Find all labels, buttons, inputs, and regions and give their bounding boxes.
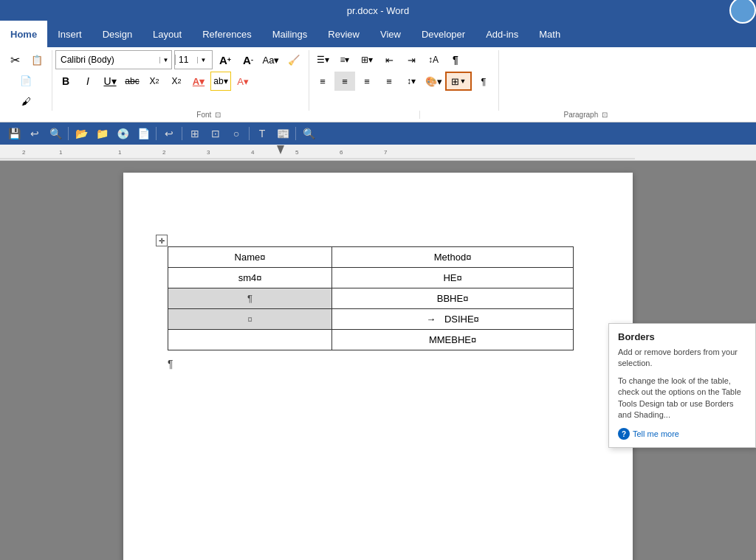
cut-button[interactable]: ✂	[4, 50, 25, 69]
borders-popup-description1: Add or remove borders from your selectio…	[618, 347, 746, 370]
borders-button[interactable]: ⊞ ▼	[445, 72, 472, 91]
table-cell-bbhe: BBHE¤	[332, 288, 574, 309]
tab-mailings[interactable]: Mailings	[262, 21, 318, 47]
qa-folder-button[interactable]: 📁	[92, 125, 111, 142]
align-left-button[interactable]: ≡	[312, 72, 333, 91]
svg-text:7: 7	[384, 149, 388, 156]
font-size-dropdown[interactable]: ▼	[197, 57, 209, 63]
tab-layout[interactable]: Layout	[142, 21, 192, 47]
tab-review[interactable]: Review	[317, 21, 370, 47]
bold-button[interactable]: B	[55, 72, 76, 91]
borders-icon: ⊞	[451, 76, 459, 87]
document-table: Name¤ Method¤ sm4¤ HE¤ ¶ BBHE¤ ¤ → DSIHE…	[168, 246, 574, 350]
underline-button[interactable]: U▾	[100, 72, 120, 91]
svg-text:2: 2	[22, 149, 26, 156]
tab-insert[interactable]: Insert	[47, 21, 92, 47]
align-right-button[interactable]: ≡	[357, 72, 377, 91]
search-qa-button[interactable]: 🔍	[46, 125, 65, 142]
qa-new-button[interactable]: 📄	[134, 125, 153, 142]
copy-button[interactable]: 📋	[27, 50, 47, 69]
paragraph-expand-icon[interactable]: ⊡	[602, 111, 608, 119]
borders-popup-description2: To change the look of the table, check o…	[618, 376, 746, 421]
qa-undo2-button[interactable]: ↩	[159, 125, 179, 142]
tab-design[interactable]: Design	[92, 21, 142, 47]
multilevel-list-button[interactable]: ⊞▾	[357, 50, 377, 69]
table-row: Name¤ Method¤	[168, 247, 574, 268]
clear-formatting-button[interactable]: 🧹	[284, 50, 304, 69]
borders-popup-title: Borders	[618, 331, 746, 342]
save-qa-button[interactable]: 💾	[4, 125, 24, 142]
qa-org-button[interactable]: ⊞	[185, 125, 205, 142]
user-avatar[interactable]	[729, 0, 756, 24]
font-expand-icon[interactable]: ⊡	[215, 111, 221, 119]
paragraph-expand-button[interactable]: ¶	[473, 72, 494, 91]
qa-circle-button[interactable]: ○	[227, 125, 246, 142]
font-color-button[interactable]: A▾	[233, 72, 253, 91]
table-row: sm4¤ HE¤	[168, 268, 574, 288]
text-color-button[interactable]: A▾	[188, 72, 209, 91]
font-size-input[interactable]	[175, 55, 197, 65]
qa-find-button[interactable]: 🔍	[299, 125, 318, 142]
increase-font-button[interactable]: A+	[215, 50, 236, 69]
qa-separator2	[156, 127, 157, 140]
ruler: 2 1 1 2 3 4 5 6 7	[0, 145, 756, 161]
svg-marker-10	[277, 145, 284, 154]
svg-text:3: 3	[207, 149, 210, 156]
align-center-button[interactable]: ≡	[334, 72, 355, 91]
qa-open-button[interactable]: 📂	[72, 125, 91, 142]
show-hide-button[interactable]: ¶	[445, 50, 466, 69]
justify-button[interactable]: ≡	[379, 72, 399, 91]
shading-button[interactable]: 🎨▾	[423, 72, 444, 91]
qa-doc-button[interactable]: 📰	[273, 125, 292, 142]
subscript-button[interactable]: X2	[144, 72, 165, 91]
highlight-button[interactable]: ab▾	[210, 72, 231, 91]
decrease-indent-button[interactable]: ⇤	[379, 50, 399, 69]
qa-separator5	[295, 127, 296, 140]
borders-dropdown-icon: ▼	[460, 77, 467, 85]
tab-math[interactable]: Math	[529, 21, 571, 47]
line-spacing-button[interactable]: ↕▾	[401, 72, 422, 91]
table-cell-he: HE¤	[332, 268, 574, 288]
ribbon: ✂ 📋 📄 🖌 ▼ ▼ A+ A- Aa▾ 🧹	[0, 47, 756, 122]
borders-tell-me-more-link[interactable]: ? Tell me more	[618, 428, 746, 440]
increase-indent-button[interactable]: ⇥	[401, 50, 422, 69]
font-section-label: Font	[196, 111, 211, 119]
italic-button[interactable]: I	[78, 72, 98, 91]
font-size-selector[interactable]: ▼	[174, 50, 213, 69]
numbering-button[interactable]: ≡▾	[334, 50, 355, 69]
qa-text-button[interactable]: T	[252, 125, 272, 142]
table-cell-mark: ¤	[168, 309, 332, 330]
document-page: ✛ Name¤ Method¤ sm4¤ HE¤ ¶ BBHE¤ ¤ → DSI…	[123, 173, 633, 560]
sort-button[interactable]: ↕A	[423, 50, 444, 69]
qa-table-button[interactable]: ⊡	[206, 125, 225, 142]
font-name-selector[interactable]: ▼	[55, 50, 172, 69]
qa-separator	[68, 127, 69, 140]
paragraph-section-label: Paragraph	[564, 111, 599, 119]
decrease-font-button[interactable]: A-	[238, 50, 258, 69]
table-move-handle[interactable]: ✛	[156, 235, 168, 246]
ribbon-tabs: Home Insert Design Layout References Mai…	[0, 21, 756, 47]
tab-view[interactable]: View	[370, 21, 411, 47]
table-row: ¤ → DSIHE¤	[168, 309, 574, 330]
document-area: ✛ Name¤ Method¤ sm4¤ HE¤ ¶ BBHE¤ ¤ → DSI…	[0, 161, 756, 560]
undo-qa-button[interactable]: ↩	[25, 125, 44, 142]
font-name-dropdown[interactable]: ▼	[159, 57, 171, 63]
strikethrough-button[interactable]: abc	[122, 72, 142, 91]
doc-paragraph: ¶	[168, 358, 574, 370]
format-painter-button[interactable]: 🖌	[16, 91, 36, 111]
change-case-button[interactable]: Aa▾	[261, 50, 281, 69]
tab-addins[interactable]: Add-ins	[475, 21, 529, 47]
tab-references[interactable]: References	[192, 21, 261, 47]
font-name-input[interactable]	[56, 55, 159, 65]
tab-home[interactable]: Home	[0, 21, 47, 47]
paragraph-mark: ¶	[168, 358, 173, 370]
qa-save2-button[interactable]: 💿	[113, 125, 132, 142]
paste-button[interactable]: 📄	[16, 71, 36, 90]
table-cell-empty	[168, 330, 332, 350]
table-cell-mmebhe: MMEBHE¤	[332, 330, 574, 350]
tab-developer[interactable]: Developer	[411, 21, 475, 47]
superscript-button[interactable]: X2	[166, 72, 187, 91]
bullets-button[interactable]: ☰▾	[312, 50, 333, 69]
svg-text:6: 6	[340, 149, 343, 156]
svg-text:4: 4	[251, 149, 255, 156]
